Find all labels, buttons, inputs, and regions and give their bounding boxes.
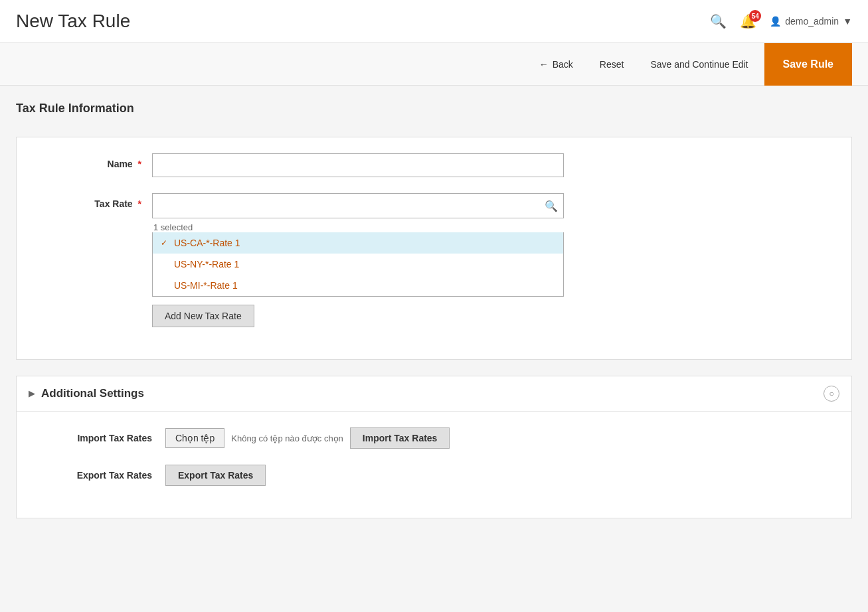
file-no-selected-text: Không có tệp nào được chọn [231,433,343,443]
reset-label: Reset [600,59,624,70]
section-title: Tax Rule Information [16,102,852,121]
main-content: Tax Rule Information Name * Tax Rate * [0,86,868,611]
chevron-down-icon: ▼ [843,16,852,27]
tax-rate-search-wrapper: 🔍 [152,193,564,218]
tax-rate-label-ca: US-CA-*-Rate 1 [174,238,240,248]
name-row: Name * [33,153,630,177]
choose-file-label: Chọn tệp [175,433,215,443]
collapse-circle-icon[interactable]: ○ [824,386,839,402]
tax-rate-required-star: * [138,198,141,209]
export-tax-rates-button[interactable]: Export Tax Rates [165,465,266,486]
page-title: New Tax Rule [16,11,130,32]
tax-rate-row: Tax Rate * 🔍 1 selected ✓ US-CA-*-Rate 1 [33,193,630,327]
back-arrow-icon: ← [539,59,549,70]
selected-count: 1 selected [153,222,564,232]
add-tax-rate-label: Add New Tax Rate [165,311,242,321]
name-required-star: * [138,159,141,169]
tax-rule-section: Tax Rule Information Name * Tax Rate * [16,102,852,360]
reset-button[interactable]: Reset [589,54,635,75]
back-label: Back [553,59,573,70]
save-continue-button[interactable]: Save and Continue Edit [640,54,758,75]
add-new-tax-rate-button[interactable]: Add New Tax Rate [152,305,254,327]
page-header: New Tax Rule 🔍 🔔 54 👤 demo_admin ▼ [0,0,868,43]
notification-button[interactable]: 🔔 54 [740,13,756,29]
tax-rate-option-ca[interactable]: ✓ US-CA-*-Rate 1 [153,232,563,254]
import-row: Import Tax Rates Chọn tệp Không có tệp n… [33,427,630,449]
tax-rate-label-ny: US-NY-*-Rate 1 [174,259,239,269]
additional-settings-section: ▶ Additional Settings ○ Import Tax Rates… [16,376,852,518]
export-field: Export Tax Rates [165,465,266,486]
tax-rate-search-input[interactable] [153,194,563,218]
form-container: Name * Tax Rate * 🔍 1 sel [16,137,852,360]
tax-rate-option-mi[interactable]: US-MI-*-Rate 1 [153,275,563,296]
name-input[interactable] [152,153,564,177]
user-icon: 👤 [770,16,781,27]
save-rule-label: Save Rule [783,58,833,70]
export-label: Export Tax Rates [33,470,165,481]
save-continue-label: Save and Continue Edit [650,59,748,70]
export-row: Export Tax Rates Export Tax Rates [33,465,630,486]
tax-rate-label-mi: US-MI-*-Rate 1 [174,280,238,291]
expand-triangle-icon: ▶ [29,389,35,398]
tax-rate-option-ny[interactable]: US-NY-*-Rate 1 [153,254,563,275]
check-mark-ca: ✓ [161,238,170,248]
settings-header-left: ▶ Additional Settings [29,387,144,400]
tax-rate-field: 🔍 1 selected ✓ US-CA-*-Rate 1 US-NY-*-Ra… [152,193,564,327]
search-button[interactable]: 🔍 [710,13,727,29]
choose-file-button[interactable]: Chọn tệp [165,428,224,448]
import-btn-label: Import Tax Rates [363,433,438,443]
name-field [152,153,564,177]
settings-header[interactable]: ▶ Additional Settings ○ [17,376,851,412]
save-rule-button[interactable]: Save Rule [764,43,852,86]
user-menu-button[interactable]: 👤 demo_admin ▼ [770,16,852,27]
header-right: 🔍 🔔 54 👤 demo_admin ▼ [710,13,852,29]
import-field: Chọn tệp Không có tệp nào được chọn Impo… [165,427,450,449]
export-btn-label: Export Tax Rates [178,470,253,481]
tax-rate-label: Tax Rate * [33,193,152,209]
name-label: Name * [33,153,152,169]
tax-rate-dropdown: ✓ US-CA-*-Rate 1 US-NY-*-Rate 1 US-MI-*-… [152,232,564,297]
settings-body: Import Tax Rates Chọn tệp Không có tệp n… [17,412,851,518]
additional-settings-title: Additional Settings [41,387,144,400]
back-button[interactable]: ← Back [529,54,584,75]
username-label: demo_admin [785,16,839,27]
search-icon: 🔍 [710,14,727,29]
import-tax-rates-button[interactable]: Import Tax Rates [350,427,450,449]
toolbar: ← Back Reset Save and Continue Edit Save… [0,43,868,86]
notification-badge: 54 [749,10,761,22]
import-label: Import Tax Rates [33,433,165,443]
